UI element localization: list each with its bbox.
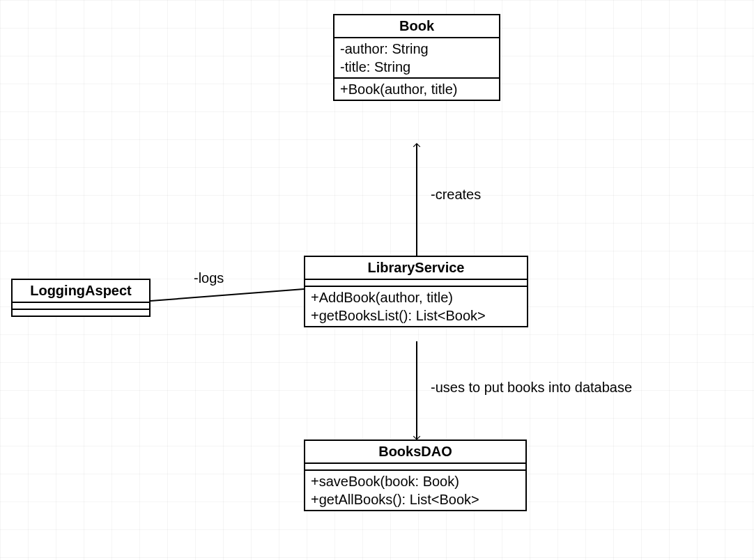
class-library-service-attrs [305,280,527,287]
class-book-attr: -author: String [340,40,493,58]
class-books-dao-op: +getAllBooks(): List<Book> [311,490,520,508]
class-logging-aspect-attrs [13,303,149,310]
class-logging-aspect-ops [13,310,149,316]
class-book-name: Book [334,15,499,38]
class-book-ops: +Book(author, title) [334,79,499,100]
class-library-service-ops: +AddBook(author, title) +getBooksList():… [305,287,527,326]
diagram-canvas: Book -author: String -title: String +Boo… [0,0,754,560]
label-uses: -uses to put books into database [431,380,632,396]
class-books-dao[interactable]: BooksDAO +saveBook(book: Book) +getAllBo… [304,440,527,511]
class-library-service-name: LibraryService [305,257,527,280]
class-book-attr: -title: String [340,58,493,76]
label-logs: -logs [194,270,224,286]
label-creates: -creates [431,187,481,203]
class-books-dao-ops: +saveBook(book: Book) +getAllBooks(): Li… [305,471,525,510]
class-books-dao-op: +saveBook(book: Book) [311,472,520,490]
class-book-attrs: -author: String -title: String [334,38,499,79]
class-books-dao-attrs [305,464,525,471]
class-library-service-op: +getBooksList(): List<Book> [311,306,521,325]
class-books-dao-name: BooksDAO [305,441,525,464]
class-logging-aspect-name: LoggingAspect [13,280,149,303]
class-library-service-op: +AddBook(author, title) [311,288,521,306]
edge-logs [151,289,304,301]
class-logging-aspect[interactable]: LoggingAspect [11,279,151,317]
class-book[interactable]: Book -author: String -title: String +Boo… [333,14,500,101]
class-book-op: +Book(author, title) [340,80,493,98]
class-library-service[interactable]: LibraryService +AddBook(author, title) +… [304,256,528,327]
